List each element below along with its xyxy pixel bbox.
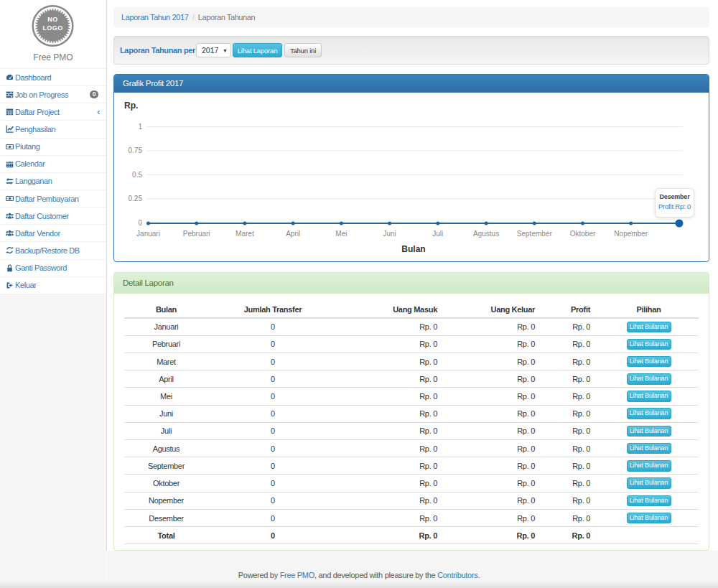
svg-text:0.25: 0.25 bbox=[129, 195, 143, 202]
svg-text:Maret: Maret bbox=[236, 230, 254, 238]
svg-text:0.5: 0.5 bbox=[132, 171, 142, 179]
svg-text:Agustus: Agustus bbox=[473, 230, 499, 238]
svg-text:Rp.: Rp. bbox=[124, 101, 138, 111]
svg-text:Juni: Juni bbox=[383, 230, 396, 238]
svg-text:September: September bbox=[517, 230, 553, 238]
svg-text:Mei: Mei bbox=[335, 230, 347, 238]
svg-text:Pebruari: Pebruari bbox=[183, 230, 210, 238]
svg-text:1: 1 bbox=[138, 123, 142, 131]
svg-text:Juli: Juli bbox=[432, 230, 443, 238]
svg-text:0.75: 0.75 bbox=[129, 146, 143, 154]
svg-text:Januari: Januari bbox=[136, 230, 160, 238]
svg-text:0: 0 bbox=[138, 219, 142, 227]
svg-text:LOGO: LOGO bbox=[42, 24, 62, 32]
svg-text:NO: NO bbox=[47, 16, 57, 23]
svg-text:Bulan: Bulan bbox=[401, 244, 425, 254]
svg-text:April: April bbox=[286, 230, 300, 238]
svg-text:Nopember: Nopember bbox=[614, 230, 648, 238]
svg-text:Oktober: Oktober bbox=[570, 230, 596, 238]
